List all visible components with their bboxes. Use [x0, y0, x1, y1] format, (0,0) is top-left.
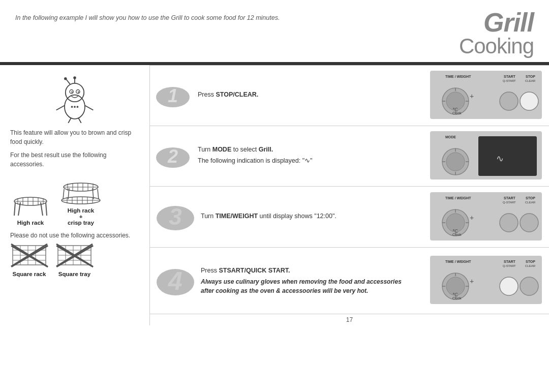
step-1-number: 1	[155, 80, 191, 111]
control-panel-1: TIME / WEIGHT START STOP Q-START CLEAR +…	[430, 71, 542, 119]
step-1-row: 1 Press STOP/CLEAR. TIME / WEIGHT START …	[150, 65, 549, 126]
svg-text:4: 4	[168, 267, 182, 295]
svg-text:∿: ∿	[496, 154, 504, 164]
svg-text:Q-START: Q-START	[503, 264, 516, 267]
step-1-content: Press STOP/CLEAR.	[198, 90, 430, 101]
svg-line-17	[14, 202, 15, 216]
step-2-mode: MODE	[212, 146, 232, 153]
page-number: 17	[150, 314, 549, 325]
step-2-panel: MODE ∿	[430, 131, 542, 181]
svg-point-91	[446, 153, 465, 171]
svg-text:2: 2	[167, 146, 178, 167]
high-rack-icon	[10, 192, 51, 218]
step-4-bold: STSART/QUICK START.	[219, 267, 290, 274]
svg-text:+: +	[470, 277, 474, 285]
svg-point-15	[74, 106, 76, 108]
svg-point-13	[78, 92, 79, 93]
step-2-instruction-2: The following indication is displayed: "…	[198, 156, 430, 166]
high-rack-item: High rack	[10, 192, 51, 226]
svg-text:START: START	[504, 196, 516, 200]
svg-text:CLEAR: CLEAR	[525, 79, 536, 82]
svg-line-18	[46, 202, 47, 216]
svg-text:STOP: STOP	[526, 196, 535, 200]
svg-text:3: 3	[169, 203, 182, 230]
svg-text:STOP: STOP	[526, 260, 535, 263]
svg-line-38	[98, 189, 99, 199]
step-2-content: Turn MODE to select Grill. The following…	[198, 145, 430, 167]
svg-point-12	[71, 92, 73, 93]
left-panel: This feature will allow you to brown and…	[0, 65, 150, 325]
step-4-number: 4	[155, 262, 196, 300]
step-4-content: Press STSART/QUICK START. Always use cul…	[201, 266, 430, 296]
svg-text:START: START	[504, 75, 516, 78]
square-tray-item: Square tray	[55, 243, 94, 277]
mascot-icon	[49, 72, 100, 123]
header-subtitle: In the following example I will show you…	[15, 14, 280, 21]
step-4-ellipse: 4	[155, 263, 196, 298]
svg-line-2	[85, 105, 93, 110]
square-tray-label: Square tray	[55, 271, 94, 277]
svg-text:CLEAR: CLEAR	[525, 264, 536, 267]
left-text-2: For the best result use the following ac…	[10, 150, 139, 169]
step-3-ellipse: 3	[155, 200, 196, 233]
high-rack-label: High rack	[10, 220, 51, 226]
svg-rect-92	[478, 136, 537, 176]
svg-text:CLEAR: CLEAR	[525, 201, 536, 204]
svg-text:START: START	[504, 260, 516, 263]
svg-text:STOP: STOP	[526, 75, 535, 78]
square-rack-icon	[10, 243, 48, 267]
step-4-note: Always use culinary gloves when removing…	[201, 277, 430, 295]
high-rack-crisp-label: High rack + crisp tray	[58, 207, 104, 226]
step-4-panel: TIME / WEIGHT START STOP Q-START CLEAR +…	[430, 256, 542, 306]
step-1-ellipse: 1	[155, 82, 191, 110]
svg-line-1	[56, 105, 65, 110]
svg-line-4	[78, 118, 81, 123]
svg-point-7	[73, 76, 76, 79]
svg-point-112	[520, 214, 538, 232]
svg-text:Q-START: Q-START	[503, 79, 516, 82]
step-2-row: 2 Turn MODE to select Grill. The followi…	[150, 126, 549, 187]
square-tray-cross	[55, 243, 94, 269]
step-3-panel: TIME / WEIGHT START STOP Q-START CLEAR +…	[430, 192, 542, 242]
good-accessories: High rack	[10, 175, 139, 226]
svg-line-37	[63, 189, 64, 199]
control-panel-4: TIME / WEIGHT START STOP Q-START CLEAR +…	[430, 256, 542, 304]
step-2-grill: Grill.	[259, 146, 273, 153]
svg-text:+: +	[470, 214, 474, 222]
step-1-bold: STOP/CLEAR.	[216, 91, 258, 98]
step-3-instruction: Turn TIME/WEIGHT until display shows "12…	[201, 212, 430, 221]
bad-accessories: Square rack	[10, 243, 139, 277]
step-3-bold: TIME/WEIGHT	[216, 213, 258, 220]
left-text-3: Please do not use the following accessor…	[10, 231, 139, 240]
svg-line-3	[68, 118, 71, 123]
step-1-panel: TIME / WEIGHT START STOP Q-START CLEAR +…	[430, 71, 542, 120]
header: In the following example I will show you…	[0, 0, 549, 62]
svg-text:Q-START: Q-START	[503, 201, 516, 204]
step-4-instruction: Press STSART/QUICK START.	[201, 266, 430, 276]
square-rack-item: Square rack	[10, 243, 48, 277]
high-rack-crisp-item: High rack + crisp tray	[58, 175, 104, 226]
svg-text:1: 1	[168, 85, 178, 106]
svg-point-130	[500, 277, 518, 295]
control-panel-2: MODE ∿	[430, 131, 542, 179]
mascot-area	[10, 72, 139, 123]
title-cooking: Cooking	[459, 36, 534, 57]
svg-point-111	[500, 214, 518, 232]
svg-point-5	[66, 83, 84, 102]
svg-text:TIME / WEIGHT: TIME / WEIGHT	[445, 196, 471, 200]
square-rack-cross	[10, 243, 48, 269]
svg-text:TIME / WEIGHT: TIME / WEIGHT	[445, 260, 471, 263]
title-block: Grill Cooking	[459, 9, 534, 57]
svg-line-8	[67, 80, 70, 84]
control-panel-3: TIME / WEIGHT START STOP Q-START CLEAR +…	[430, 192, 542, 240]
left-text-1: This feature will allow you to brown and…	[10, 128, 139, 146]
title-grill: Grill	[459, 9, 534, 36]
square-rack-label: Square rack	[10, 271, 48, 277]
step-4-row: 4 Press STSART/QUICK START. Always use c…	[150, 248, 549, 314]
step-2-ellipse: 2	[155, 142, 191, 170]
svg-text:TIME / WEIGHT: TIME / WEIGHT	[445, 75, 471, 78]
svg-text:+: +	[470, 92, 474, 100]
square-tray-icon	[55, 243, 94, 267]
svg-point-81	[520, 92, 538, 110]
high-rack-crisp-icon	[58, 175, 104, 205]
